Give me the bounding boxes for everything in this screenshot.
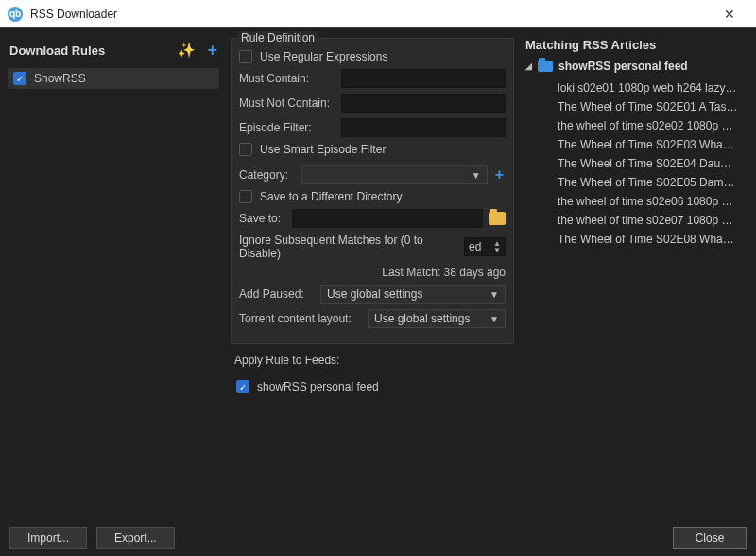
titlebar: qb RSS Downloader ✕: [0, 0, 756, 28]
add-category-icon[interactable]: +: [493, 166, 506, 183]
chevron-down-icon: ▼: [490, 289, 499, 300]
export-button[interactable]: Export...: [96, 527, 175, 549]
article-list: loki s02e01 1080p web h264 lazy…The Whee…: [558, 78, 748, 249]
definition-panel: Rule Definition Use Regular Expressions …: [225, 28, 520, 520]
close-icon[interactable]: ✕: [711, 7, 748, 22]
app-icon: qb: [8, 7, 23, 22]
save-diff-checkbox[interactable]: [239, 190, 252, 203]
rule-name: ShowRSS: [34, 72, 86, 85]
layout-select[interactable]: Use global settings ▼: [368, 309, 506, 328]
add-paused-value: Use global settings: [327, 287, 422, 301]
add-rule-icon[interactable]: +: [207, 42, 217, 59]
article-item[interactable]: the wheel of time s02e02 1080p …: [558, 116, 748, 135]
ignore-label: Ignore Subsequent Matches for (0 to Disa…: [239, 234, 458, 260]
articles-heading: Matching RSS Articles: [525, 38, 748, 52]
layout-label: Torrent content layout:: [239, 312, 362, 325]
article-item[interactable]: The Wheel of Time S02E04 Dau…: [558, 154, 748, 173]
episode-filter-label: Episode Filter:: [239, 121, 335, 134]
group-title: Rule Definition: [237, 31, 318, 44]
smart-filter-label: Use Smart Episode Filter: [260, 143, 386, 156]
must-contain-label: Must Contain:: [239, 72, 335, 85]
article-item[interactable]: loki s02e01 1080p web h264 lazy…: [558, 78, 748, 97]
last-match-label: Last Match: 38 days ago: [239, 266, 506, 279]
close-button[interactable]: Close: [673, 527, 747, 549]
article-item[interactable]: the wheel of time s02e07 1080p …: [558, 211, 748, 230]
use-regex-label: Use Regular Expressions: [260, 50, 387, 63]
add-paused-select[interactable]: Use global settings ▼: [320, 285, 506, 304]
save-to-label: Save to:: [239, 212, 286, 225]
save-to-input: [292, 209, 483, 228]
use-regex-checkbox[interactable]: [239, 50, 252, 63]
rule-definition-group: Rule Definition Use Regular Expressions …: [231, 38, 514, 344]
save-diff-label: Save to a Different Directory: [260, 190, 403, 203]
add-paused-label: Add Paused:: [239, 287, 315, 301]
category-label: Category:: [239, 168, 296, 182]
rule-checkbox[interactable]: ✓: [13, 72, 26, 85]
chevron-down-icon: ▼: [472, 170, 481, 181]
feed-name: showRSS personal feed: [257, 380, 379, 393]
article-item[interactable]: The Wheel of Time S02E03 Wha…: [558, 135, 748, 154]
rules-heading: Download Rules: [9, 43, 178, 58]
episode-filter-input[interactable]: [341, 118, 506, 137]
import-button[interactable]: Import...: [9, 527, 87, 549]
collapse-icon[interactable]: ◢: [525, 61, 532, 71]
window-title: RSS Downloader: [30, 8, 711, 21]
ignore-spinbox[interactable]: ed ▲▼: [464, 237, 506, 256]
must-not-contain-label: Must Not Contain:: [239, 96, 335, 110]
article-item[interactable]: The Wheel of Time S02E01 A Tas…: [558, 97, 748, 116]
chevron-down-icon: ▼: [490, 314, 499, 324]
article-item[interactable]: The Wheel of Time S02E05 Dam…: [558, 173, 748, 192]
must-not-contain-input[interactable]: [341, 94, 506, 113]
rule-item[interactable]: ✓ ShowRSS: [8, 68, 219, 89]
folder-icon[interactable]: [489, 212, 506, 225]
feed-list: ✓ showRSS personal feed: [231, 371, 514, 403]
article-item[interactable]: the wheel of time s02e06 1080p …: [558, 192, 748, 211]
articles-panel: Matching RSS Articles ◢ showRSS personal…: [520, 28, 756, 520]
folder-blue-icon: [538, 61, 553, 72]
feed-checkbox[interactable]: ✓: [236, 380, 249, 393]
footer: Import... Export... Close: [0, 520, 756, 556]
feed-root-name: showRSS personal feed: [558, 60, 688, 73]
feed-item[interactable]: ✓ showRSS personal feed: [236, 380, 508, 393]
spin-arrows-icon[interactable]: ▲▼: [493, 240, 501, 253]
magic-wand-icon[interactable]: ✨: [178, 42, 196, 59]
smart-filter-checkbox[interactable]: [239, 143, 252, 156]
rules-panel: Download Rules ✨ + ✓ ShowRSS: [0, 28, 225, 520]
layout-value: Use global settings: [374, 312, 470, 325]
article-item[interactable]: The Wheel of Time S02E08 Wha…: [558, 230, 748, 249]
ignore-value: ed: [469, 240, 481, 253]
apply-feeds-title: Apply Rule to Feeds:: [234, 354, 514, 367]
feed-tree-root[interactable]: ◢ showRSS personal feed: [525, 60, 748, 73]
must-contain-input[interactable]: [341, 69, 506, 88]
category-select[interactable]: ▼: [301, 165, 488, 184]
